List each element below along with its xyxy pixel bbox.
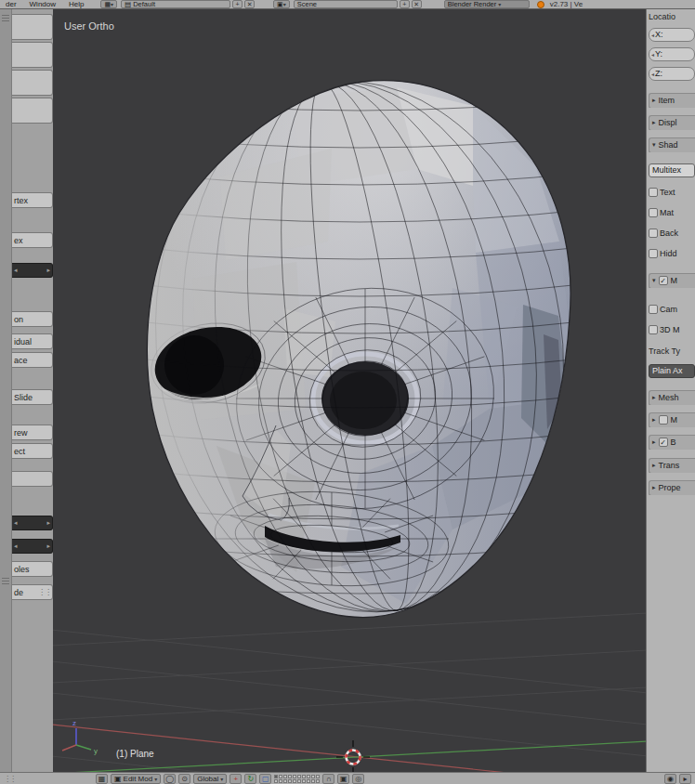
decrement-icon[interactable]: ◂ bbox=[651, 32, 654, 38]
render-opengl-anim-button[interactable]: ▸ bbox=[679, 774, 691, 784]
manipulator-scale-button[interactable]: ▢ bbox=[259, 774, 271, 784]
proportional-edit-button[interactable]: ◎ bbox=[352, 774, 364, 784]
editor-type-icon: ▦ bbox=[98, 775, 106, 783]
checkbox-3d-markers[interactable] bbox=[649, 325, 658, 334]
snap-element-icon: ▣ bbox=[340, 775, 348, 783]
multitexture-dropdown[interactable]: Multitex bbox=[649, 163, 695, 177]
decrement-icon[interactable]: ◂ bbox=[651, 51, 654, 58]
checkbox-label: Hidd bbox=[660, 249, 677, 258]
close-scene-button[interactable]: ✕ bbox=[412, 0, 422, 8]
screen-layout-dropdown[interactable]: ▤ Default bbox=[121, 0, 230, 8]
checkbox-label: Back bbox=[660, 229, 678, 238]
resize-grip-icon[interactable]: ⋮⋮ bbox=[38, 588, 51, 596]
viewport-canvas[interactable]: y z bbox=[53, 9, 646, 772]
manipulator-rotate-button[interactable]: ↻ bbox=[244, 774, 256, 784]
render-engine-dropdown[interactable]: Blender Render ▾ bbox=[444, 0, 530, 8]
close-layout-button[interactable]: ✕ bbox=[244, 0, 255, 8]
shading-sphere-icon: ◯ bbox=[165, 775, 174, 783]
checkbox-textured[interactable] bbox=[649, 188, 658, 197]
panel-header-display[interactable]: ▸Displ bbox=[649, 115, 695, 130]
background-images-checkbox[interactable] bbox=[659, 438, 668, 447]
tool-button[interactable] bbox=[12, 42, 53, 68]
blender-logo-icon bbox=[537, 1, 544, 8]
scene-icon: ▣ bbox=[277, 1, 283, 8]
location-y-field[interactable]: ◂Y: bbox=[649, 47, 695, 61]
tool-button[interactable] bbox=[12, 471, 53, 487]
tool-button[interactable] bbox=[12, 14, 53, 40]
panel-header-transform-orientations[interactable]: ▸Trans bbox=[649, 458, 695, 473]
tool-button[interactable] bbox=[12, 98, 53, 124]
translate-icon: + bbox=[233, 775, 238, 783]
add-layout-button[interactable]: + bbox=[232, 0, 243, 8]
panel-header-mesh-analysis[interactable]: ▸M bbox=[649, 412, 695, 427]
panel-grip-icon[interactable] bbox=[2, 578, 9, 586]
tool-button-inset-faces[interactable]: ace bbox=[12, 352, 53, 368]
snap-magnet-button[interactable]: ∩ bbox=[322, 774, 334, 784]
menu-help[interactable]: Help bbox=[69, 0, 84, 8]
scene-browse-button[interactable]: ▣▾ bbox=[273, 0, 290, 8]
tool-button-mode[interactable]: de⋮⋮ bbox=[12, 584, 53, 600]
orientation-dropdown[interactable]: Global ▾ bbox=[193, 774, 227, 784]
scene-dropdown[interactable]: Scene bbox=[294, 0, 398, 8]
checkbox-matcap[interactable] bbox=[649, 208, 658, 217]
tool-button[interactable] bbox=[12, 70, 53, 96]
checkbox-hidden-wire[interactable] bbox=[649, 249, 658, 258]
pivot-point-button[interactable]: ⊙ bbox=[178, 774, 190, 784]
menu-window[interactable]: Window bbox=[30, 0, 56, 8]
decrement-icon[interactable]: ◂ bbox=[651, 71, 654, 77]
manipulator-translate-button[interactable]: + bbox=[229, 774, 242, 784]
menu-render[interactable]: der bbox=[6, 0, 17, 8]
motion-tracking-checkbox[interactable] bbox=[659, 276, 668, 285]
mesh-analysis-checkbox[interactable] bbox=[659, 415, 668, 425]
add-scene-button[interactable]: + bbox=[400, 0, 410, 8]
tool-button-fill-holes[interactable]: oles bbox=[12, 561, 53, 577]
header-grip-icon[interactable]: ⋮⋮ bbox=[4, 775, 15, 783]
number-stepper[interactable]: ◂▸ bbox=[12, 263, 53, 278]
editor-type-button[interactable]: ▦▾ bbox=[100, 0, 117, 8]
panel-header-motion-tracking[interactable]: ▾M bbox=[649, 273, 695, 288]
tool-button-screw[interactable]: rew bbox=[12, 425, 53, 440]
tool-button-extrude-individual[interactable]: idual bbox=[12, 333, 53, 349]
pivot-icon: ⊙ bbox=[181, 775, 188, 783]
tool-button-loop-cut-slide[interactable]: Slide bbox=[12, 389, 53, 405]
chevron-down-icon: ▾ bbox=[283, 1, 286, 7]
number-stepper[interactable]: ◂▸ bbox=[12, 516, 53, 530]
location-x-field[interactable]: ◂X: bbox=[649, 28, 695, 42]
tool-shelf-rail[interactable] bbox=[0, 9, 12, 772]
properties-shelf: Locatio ◂X: ◂Y: ◂Z: ▸Item ▸Displ ▾Shad M… bbox=[646, 9, 695, 772]
panel-header-mesh-display[interactable]: ▸Mesh bbox=[649, 390, 695, 405]
tool-button-vertex[interactable]: ex bbox=[12, 232, 53, 248]
panel-header-properties[interactable]: ▸Prope bbox=[649, 480, 695, 495]
editor-type-button[interactable]: ▦ bbox=[96, 774, 108, 784]
panel-grip-icon[interactable] bbox=[2, 15, 9, 23]
rotate-icon: ↻ bbox=[247, 775, 254, 783]
chevron-right-icon: ▸ bbox=[652, 462, 656, 469]
tool-button-extrude-region[interactable]: on bbox=[12, 311, 53, 327]
tool-button-smooth-vertex[interactable]: rtex bbox=[12, 192, 53, 208]
snap-element-button[interactable]: ▣ bbox=[337, 774, 349, 784]
location-z-field[interactable]: ◂Z: bbox=[649, 67, 695, 81]
chevron-right-icon: ▸ bbox=[652, 119, 656, 126]
panel-header-background-images[interactable]: ▸B bbox=[649, 435, 695, 450]
render-opengl-button[interactable]: ◉ bbox=[664, 774, 676, 784]
number-stepper[interactable]: ◂▸ bbox=[12, 539, 53, 554]
panel-header-shading[interactable]: ▾Shad bbox=[649, 137, 695, 152]
track-type-dropdown[interactable]: Plain Ax bbox=[649, 364, 695, 378]
checkbox-camera-path[interactable] bbox=[649, 305, 658, 314]
checkbox-label: Text bbox=[660, 188, 675, 197]
version-stats-text: v2.73 | Ve bbox=[550, 0, 583, 8]
checkbox-backface[interactable] bbox=[649, 229, 658, 238]
tool-button-select[interactable]: ect bbox=[12, 443, 53, 459]
chevron-down-icon: ▾ bbox=[498, 1, 501, 7]
magnet-icon: ∩ bbox=[326, 775, 332, 783]
gizmo-y-label: y bbox=[94, 747, 98, 755]
track-type-label: Track Ty bbox=[649, 346, 680, 356]
editor-type-icon: ▦ bbox=[104, 1, 111, 8]
viewport-shading-button[interactable]: ◯ bbox=[164, 774, 176, 784]
panel-header-item[interactable]: ▸Item bbox=[649, 93, 695, 108]
viewport-3d[interactable]: y z User Ortho (1) Plane bbox=[53, 9, 646, 772]
layers-widget[interactable] bbox=[274, 775, 320, 783]
screen-icon: ▤ bbox=[125, 0, 131, 8]
chevron-right-icon: ▸ bbox=[652, 416, 656, 424]
mode-dropdown[interactable]: ▣ Edit Mod ▾ bbox=[111, 774, 161, 784]
